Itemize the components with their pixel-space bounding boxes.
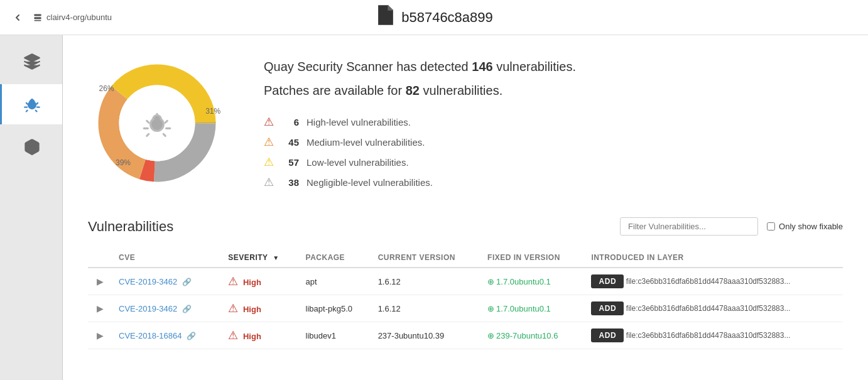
bug-icon [23, 95, 41, 113]
layers-icon [23, 53, 41, 70]
layout: 26% 31% 39% Quay Security Scanner has de… [0, 35, 868, 380]
box-icon [23, 138, 41, 156]
donut-label-low: 39% [116, 158, 131, 167]
vuln-section-title: Vulnerabilities [88, 219, 173, 235]
sidebar-item-packages[interactable] [0, 127, 62, 167]
vulnerabilities-table: CVE SEVERITY ▼ PACKAGE CURRENT VERSION [88, 248, 843, 349]
table-row: ▶ CVE-2019-3462 🔗 ⚠ High apt 1.6.12 ⊕1.7… [88, 268, 843, 295]
stat-negligible: ⚠ 38 Negligible-level vulnerabilities. [264, 175, 576, 189]
introduced-layer: file:c3e6bb316dfa6b81dd4478aaa310df53288… [626, 277, 791, 286]
table-row: ▶ CVE-2018-16864 🔗 ⚠ High libudev1 237-3… [88, 322, 843, 349]
vuln-header: Vulnerabilities Only show fixable [88, 217, 843, 236]
current-version: 237-3ubuntu10.39 [372, 322, 481, 349]
package-name: libapt-pkg5.0 [300, 295, 372, 322]
svg-rect-0 [34, 14, 41, 16]
donut-label-negligible: 26% [99, 84, 114, 93]
introduced-layer: file:c3e6bb316dfa6b81dd4478aaa310df53288… [626, 331, 791, 340]
external-link-icon: 🔗 [182, 305, 192, 313]
summary-section: 26% 31% 39% Quay Security Scanner has de… [88, 54, 843, 192]
expand-button[interactable]: ▶ [94, 303, 106, 313]
fixable-checkbox[interactable] [767, 222, 775, 231]
fixed-version: ⊕239-7ubuntu10.6 [487, 331, 558, 340]
page-title: b58746c8a899 [401, 9, 493, 26]
registry-path: clairv4-org/ubuntu [33, 13, 112, 23]
donut-center-icon [141, 107, 173, 139]
cve-link[interactable]: CVE-2018-16864 [119, 331, 182, 340]
add-button[interactable]: ADD [591, 328, 624, 342]
cve-link[interactable]: CVE-2019-3462 [119, 304, 177, 313]
fixed-version: ⊕1.7.0ubuntu0.1 [487, 277, 551, 286]
package-name: libudev1 [300, 322, 372, 349]
warning-yellow-icon: ⚠ [264, 155, 274, 169]
col-severity[interactable]: SEVERITY ▼ [222, 248, 299, 268]
sidebar-item-layers[interactable] [0, 41, 62, 82]
external-link-icon: 🔗 [182, 278, 192, 286]
warning-orange-icon: ⚠ [264, 135, 274, 149]
add-button[interactable]: ADD [591, 301, 624, 315]
sidebar [0, 35, 63, 380]
fixed-version: ⊕1.7.0ubuntu0.1 [487, 304, 551, 313]
severity-warning-icon: ⚠ [228, 302, 238, 315]
topbar: clairv4-org/ubuntu b58746c8a899 [0, 0, 868, 35]
expand-button[interactable]: ▶ [94, 276, 106, 286]
stat-high: ⚠ 6 High-level vulnerabilities. [264, 115, 576, 129]
summary-text: Quay Security Scanner has detected 146 v… [264, 57, 576, 189]
vuln-controls: Only show fixable [620, 217, 843, 236]
summary-headline: Quay Security Scanner has detected 146 v… [264, 57, 576, 76]
vuln-stats: ⚠ 6 High-level vulnerabilities. ⚠ 45 Med… [264, 115, 576, 189]
col-package: PACKAGE [300, 248, 372, 268]
col-cve: CVE [112, 248, 222, 268]
fix-icon: ⊕ [487, 331, 494, 340]
filter-input[interactable] [620, 217, 758, 236]
file-icon [375, 3, 395, 31]
stat-medium: ⚠ 45 Medium-level vulnerabilities. [264, 135, 576, 149]
back-button[interactable] [13, 13, 23, 23]
fix-icon: ⊕ [487, 277, 494, 286]
detected-count: 146 [472, 60, 492, 73]
col-introduced: INTRODUCED IN LAYER [585, 248, 843, 268]
package-name: apt [300, 268, 372, 295]
add-button[interactable]: ADD [591, 274, 624, 288]
col-current-version: CURRENT VERSION [372, 248, 481, 268]
table-header: CVE SEVERITY ▼ PACKAGE CURRENT VERSION [88, 248, 843, 268]
current-version: 1.6.12 [372, 268, 481, 295]
severity-warning-icon: ⚠ [228, 275, 238, 288]
vulnerabilities-section: Vulnerabilities Only show fixable CVE [88, 217, 843, 349]
severity-label: High [243, 278, 261, 287]
patches-text: Patches are available for 82 vulnerabili… [264, 81, 576, 100]
donut-label-medium: 31% [205, 107, 220, 116]
col-expand [88, 248, 112, 268]
severity-warning-icon: ⚠ [228, 329, 238, 342]
severity-label: High [243, 305, 261, 314]
table-body: ▶ CVE-2019-3462 🔗 ⚠ High apt 1.6.12 ⊕1.7… [88, 268, 843, 349]
table-row: ▶ CVE-2019-3462 🔗 ⚠ High libapt-pkg5.0 1… [88, 295, 843, 322]
current-version: 1.6.12 [372, 295, 481, 322]
patch-count: 82 [406, 84, 420, 97]
topbar-center: b58746c8a899 [375, 3, 493, 31]
fix-icon: ⊕ [487, 304, 494, 313]
vulnerability-donut-chart: 26% 31% 39% [88, 54, 226, 192]
warning-gray-icon: ⚠ [264, 175, 274, 189]
expand-button[interactable]: ▶ [94, 330, 106, 340]
severity-label: High [243, 332, 261, 341]
svg-rect-2 [34, 20, 41, 21]
sidebar-item-security[interactable] [0, 84, 62, 124]
sort-icon: ▼ [273, 254, 279, 261]
cve-link[interactable]: CVE-2019-3462 [119, 277, 177, 286]
stat-low: ⚠ 57 Low-level vulnerabilities. [264, 155, 576, 169]
fixable-filter-label[interactable]: Only show fixable [767, 222, 843, 231]
introduced-layer: file:c3e6bb316dfa6b81dd4478aaa310df53288… [626, 304, 791, 313]
main-content: 26% 31% 39% Quay Security Scanner has de… [63, 35, 868, 380]
col-fixed-version: FIXED IN VERSION [481, 248, 585, 268]
svg-rect-1 [34, 17, 41, 19]
external-link-icon: 🔗 [187, 332, 196, 340]
warning-red-icon: ⚠ [264, 115, 274, 129]
